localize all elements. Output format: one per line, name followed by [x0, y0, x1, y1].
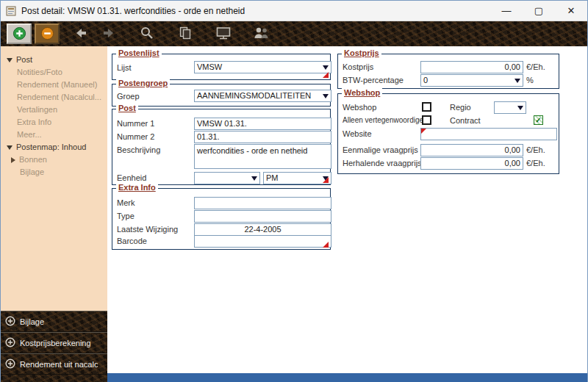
sidebar: Post Notities/Foto Rendement (Manueel) R… [1, 46, 107, 382]
herhalende-unit: €/Eh. [526, 159, 545, 167]
sidebar-item-bonnen[interactable]: Bonnen [1, 154, 107, 166]
webshop-label: Webshop [343, 103, 376, 112]
tree-label: Bonnen [19, 154, 47, 166]
field-value: 22-4-2005 [244, 225, 281, 234]
laatste-wijziging-field[interactable]: 22-4-2005 [194, 223, 331, 236]
red-corner-marker [323, 177, 329, 183]
app-icon [6, 6, 16, 16]
red-corner-marker [323, 242, 329, 248]
arrow-right-icon [101, 26, 116, 42]
chevron-down-icon [514, 79, 520, 83]
maximize-button[interactable]: ▢ [523, 1, 555, 21]
screen-button[interactable] [211, 24, 236, 44]
groep-combo[interactable]: AANNEMINGSMODALITEITEN [194, 90, 331, 102]
plus-circle-icon [5, 316, 15, 328]
combo-value: AANNEMINGSMODALITEITEN [197, 91, 311, 100]
chevron-down-icon [517, 106, 523, 110]
close-button[interactable]: ✕ [555, 1, 587, 21]
monitor-icon [215, 26, 232, 42]
btw-unit: % [526, 76, 534, 84]
eenheid-combo-1[interactable] [194, 172, 260, 184]
contract-checkbox[interactable]: ✓ [534, 115, 543, 125]
webshop-checkbox[interactable] [422, 102, 431, 112]
groupbox-webshop: Webshop Webshop Regio Alleen vertegenwoo… [337, 93, 559, 174]
regio-label: Regio [450, 103, 471, 112]
sidebar-item-meer[interactable]: Meer... [1, 129, 107, 141]
next-button[interactable] [96, 24, 121, 44]
regio-combo[interactable] [494, 101, 526, 114]
website-label: Website [343, 129, 372, 138]
plus-circle-icon [5, 337, 15, 349]
combo-value: VMSW [197, 62, 222, 71]
window-controls: — ▢ ✕ [490, 1, 587, 21]
minimize-button[interactable]: — [490, 1, 523, 21]
rendement-uit-nacalc-button[interactable]: Rendement uit nacalc [1, 353, 107, 375]
lijst-combo[interactable]: VMSW [194, 61, 331, 73]
herhalende-vraagprijs-label: Herhalende vraagprijs [343, 159, 422, 167]
type-field[interactable] [194, 210, 331, 223]
field-value: 0,00 [505, 145, 520, 154]
field-value: 01.31. [197, 132, 220, 141]
title-bar[interactable]: Post detail: VMSW 01.31. werfcondities -… [1, 1, 587, 21]
arrow-left-icon [74, 26, 88, 42]
add-record-button[interactable] [7, 24, 32, 44]
alleen-vertegenwoordigers-checkbox[interactable] [422, 115, 431, 125]
type-label: Type [117, 212, 135, 220]
sidebar-item-post[interactable]: Post [1, 54, 107, 66]
sidebar-item-bijlage[interactable]: Bijlage [1, 166, 107, 179]
tree-label: Extra Info [17, 116, 51, 129]
triangle-right-icon [11, 157, 15, 163]
bijlage-button[interactable]: Bijlage [1, 311, 107, 332]
sidebar-item-rendement-manueel[interactable]: Rendement (Manueel) [1, 79, 107, 91]
plus-circle-icon [5, 358, 15, 370]
barcode-field[interactable] [194, 235, 331, 248]
nummer2-field[interactable]: 01.31. [194, 131, 331, 143]
website-field[interactable] [420, 128, 557, 140]
field-value: 0,00 [505, 62, 520, 71]
button-label: Rendement uit nacalc [20, 360, 98, 369]
kostprijs-label: Kostprijs [343, 62, 373, 71]
tree-label: Post [16, 54, 32, 66]
eenmalige-unit: €/Eh. [526, 145, 545, 154]
tree-label: Bijlage [20, 166, 44, 179]
eenmalige-vraagprijs-field[interactable]: 0,00 [420, 144, 523, 156]
search-button[interactable] [135, 24, 159, 44]
sidebar-item-notities-foto[interactable]: Notities/Foto [1, 66, 107, 79]
copy-button[interactable] [173, 24, 198, 44]
tree-label: Rendement (Manueel) [17, 79, 97, 91]
groupbox-extra-info: Extra Info Merk Type Laatste Wijziging 2… [112, 188, 331, 250]
combo-value: 0 [423, 76, 428, 84]
plus-circle-icon [12, 26, 26, 42]
minus-circle-icon [40, 26, 54, 42]
remove-record-button[interactable] [35, 24, 60, 44]
users-button[interactable] [249, 24, 274, 44]
sidebar-item-rendement-nacalcul[interactable]: Rendement (Nacalcul... [1, 91, 107, 104]
kostprijsberekening-button[interactable]: Kostprijsberekening [1, 332, 107, 353]
btw-combo[interactable]: 0 [420, 74, 523, 87]
groupbox-title: Extra Info [116, 183, 158, 192]
laatste-wijziging-label: Laatste Wijziging [117, 225, 178, 234]
sidebar-item-extra-info[interactable]: Extra Info [1, 116, 107, 129]
groupbox-title: Kostprijs [342, 48, 381, 57]
previous-button[interactable] [68, 24, 93, 44]
herhalende-vraagprijs-field[interactable]: 0,00 [420, 157, 523, 170]
bottom-scrollbar[interactable] [107, 373, 587, 382]
nummer1-field[interactable]: VMSW 01.31. [194, 118, 331, 130]
beschrijving-field[interactable]: werfcondities - orde en netheid [194, 144, 331, 169]
groupbox-kostprijs: Kostprijs Kostprijs 0,00 €/Eh. BTW-perce… [337, 54, 559, 89]
contract-label: Contract [450, 116, 481, 125]
two-people-icon [253, 26, 270, 42]
field-value: werfcondities - orde en netheid [197, 146, 307, 155]
eenheid-combo-2[interactable]: PM [263, 172, 331, 184]
lijst-label: Lijst [117, 63, 132, 72]
kostprijs-field[interactable]: 0,00 [420, 61, 523, 73]
sidebar-item-postenmap-inhoud[interactable]: Postenmap: Inhoud [1, 141, 107, 154]
triangle-down-icon [7, 145, 12, 150]
merk-field[interactable] [194, 197, 331, 209]
field-value: VMSW 01.31. [197, 119, 247, 128]
copy-pages-icon [178, 26, 193, 42]
tree-label: Notities/Foto [17, 66, 62, 79]
groupbox-title: Post [116, 104, 138, 112]
main-panel: Postenlijst Lijst VMSW Postengroep Groep… [107, 46, 587, 373]
sidebar-item-vertalingen[interactable]: Vertalingen [1, 104, 107, 116]
